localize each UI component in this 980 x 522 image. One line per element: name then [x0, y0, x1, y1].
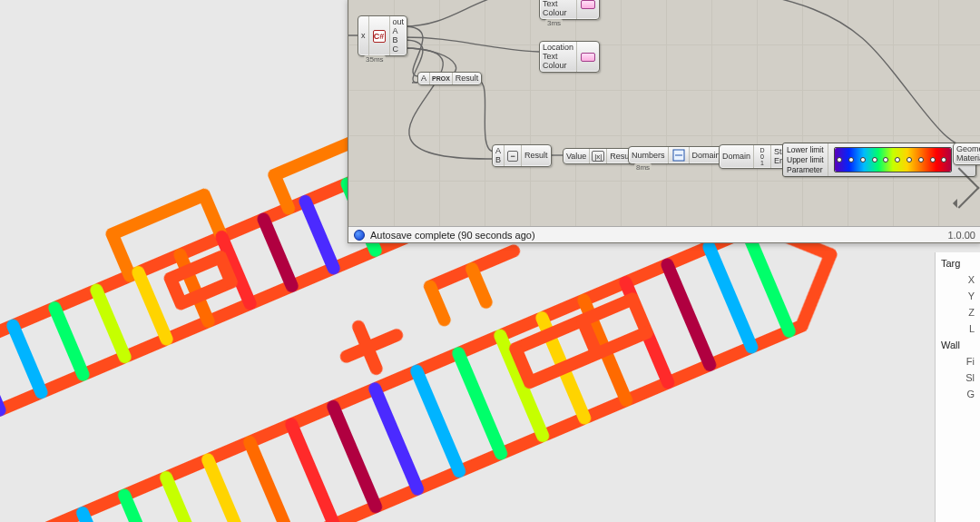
prox-label: PROX: [432, 75, 450, 82]
row-l[interactable]: L: [941, 323, 976, 334]
row-g[interactable]: G: [941, 389, 976, 399]
row-z[interactable]: Z: [941, 307, 976, 318]
prox-component[interactable]: A PROX Result: [417, 72, 482, 85]
in-colour[interactable]: Colour: [543, 9, 573, 17]
grasshopper-canvas[interactable]: x C# out A B C 35ms Location Text Colour…: [348, 0, 980, 226]
profiler-label: 3ms: [545, 19, 563, 27]
in-a[interactable]: A: [421, 74, 426, 83]
panel-heading-wall: Wall: [941, 340, 976, 350]
d-label-0: D: [760, 147, 764, 153]
tag-icon: [581, 0, 595, 9]
profiler-label: 8ms: [634, 163, 652, 172]
custom-preview-component[interactable]: Geometry Material: [953, 143, 980, 165]
minus-icon: −: [507, 151, 518, 162]
row-fi[interactable]: Fi: [941, 356, 976, 367]
out-c[interactable]: C: [393, 45, 405, 54]
text-tag-component-1[interactable]: Location Text Colour 3ms: [539, 0, 600, 20]
in-material[interactable]: Material: [956, 154, 980, 163]
absolute-component[interactable]: Value |x| Result: [563, 148, 637, 164]
out-result[interactable]: Result: [456, 74, 479, 83]
gh-status-text: Autosave complete (90 seconds ago): [370, 230, 535, 241]
subtract-component[interactable]: A B − Result: [492, 144, 552, 167]
out-result[interactable]: Result: [524, 152, 548, 160]
row-x[interactable]: X: [941, 274, 976, 285]
in-domain[interactable]: Domain: [722, 153, 750, 161]
csharp-component[interactable]: x C# out A B C 35ms: [358, 15, 407, 56]
numbers-icon: [672, 149, 685, 162]
in-b[interactable]: B: [495, 156, 501, 164]
row-y[interactable]: Y: [941, 291, 976, 301]
out-out[interactable]: out: [393, 18, 405, 26]
in-lower[interactable]: Lower limit: [787, 145, 824, 154]
gh-statusbar: Autosave complete (90 seconds ago) 1.0.0…: [348, 226, 980, 242]
out-domain[interactable]: Domain: [692, 152, 720, 160]
row-sl[interactable]: Sl: [941, 372, 976, 383]
in-text[interactable]: Text: [543, 53, 573, 61]
rhino-properties-panel[interactable]: Targ X Y Z L Wall Fi Sl G: [935, 252, 980, 522]
in-x[interactable]: x: [361, 32, 366, 40]
in-parameter[interactable]: Parameter: [787, 165, 824, 174]
profiler-label: 35ms: [364, 55, 386, 64]
d-label-1: 0: [760, 153, 764, 160]
in-upper[interactable]: Upper limit: [787, 155, 824, 164]
tag-icon: [581, 53, 595, 62]
gh-version: 1.0.00: [947, 230, 975, 241]
in-geometry[interactable]: Geometry: [956, 145, 980, 153]
csharp-icon: C#: [373, 30, 386, 43]
abs-icon: |x|: [592, 151, 604, 162]
autosave-icon: [354, 230, 365, 241]
panel-heading-target: Targ: [941, 258, 976, 269]
out-b[interactable]: B: [393, 36, 405, 44]
out-a[interactable]: A: [393, 27, 405, 35]
gradient-bar[interactable]: [834, 147, 952, 172]
in-a[interactable]: A: [495, 147, 501, 155]
in-numbers[interactable]: Numbers: [632, 152, 665, 160]
grasshopper-window[interactable]: x C# out A B C 35ms Location Text Colour…: [348, 0, 980, 243]
gh-wires: [348, 0, 980, 226]
in-location[interactable]: Location: [543, 44, 573, 52]
text-tag-component-2[interactable]: Location Text Colour: [539, 41, 600, 73]
d-label-2: 1: [760, 160, 764, 166]
in-colour[interactable]: Colour: [543, 62, 573, 70]
gradient-component[interactable]: Lower limit Upper limit Parameter 96ms: [782, 143, 976, 177]
in-value[interactable]: Value: [566, 153, 586, 161]
in-text[interactable]: Text: [543, 0, 573, 8]
bounds-component[interactable]: Numbers Domain 8ms: [628, 146, 724, 164]
